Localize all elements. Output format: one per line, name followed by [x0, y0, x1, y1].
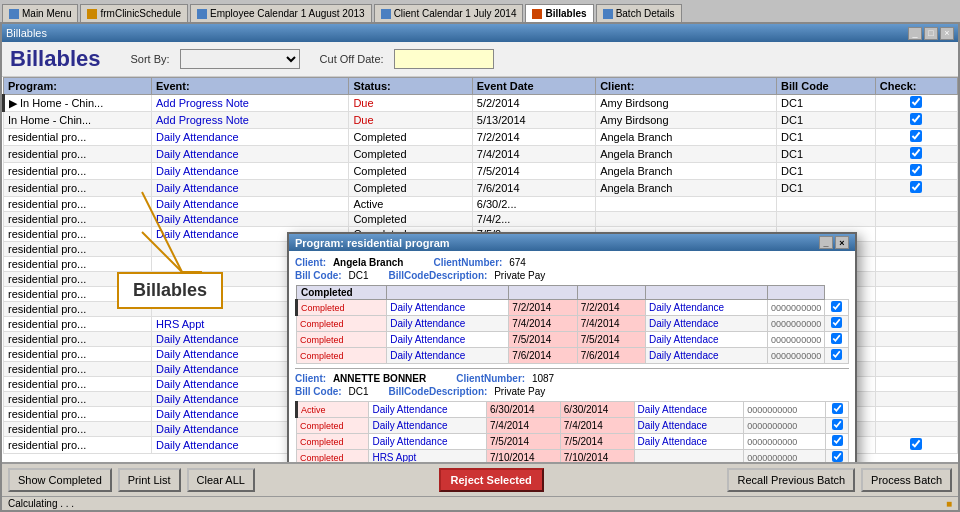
clear-all-button[interactable]: Clear ALL — [187, 468, 255, 492]
cell-program: residential pro... — [4, 437, 152, 454]
cell-event[interactable]: Daily Attendance — [152, 129, 349, 146]
col-event: Event: — [152, 78, 349, 95]
cell-event[interactable]: Add Progress Note — [152, 112, 349, 129]
cell-check[interactable] — [875, 332, 957, 347]
cell-check[interactable] — [875, 95, 957, 112]
table-row[interactable]: In Home - Chin... Add Progress Note Due … — [4, 112, 958, 129]
col-eventdate: Event Date — [472, 78, 595, 95]
reject-selected-button[interactable]: Reject Selected — [439, 468, 544, 492]
sort-label: Sort By: — [130, 53, 169, 65]
cell-client: Amy Birdsong — [596, 112, 777, 129]
cell-check[interactable] — [875, 257, 957, 272]
tab-client-calendar[interactable]: Client Calendar 1 July 2014 — [374, 4, 524, 22]
cell-check[interactable] — [875, 347, 957, 362]
cell-client: Amy Birdsong — [596, 95, 777, 112]
cell-check[interactable] — [875, 272, 957, 287]
table-row[interactable]: residential pro... Daily Attendance Comp… — [4, 129, 958, 146]
cell-status: Completed — [349, 212, 472, 227]
popup-clientnum2-label: ClientNumber: — [456, 373, 525, 384]
sort-select[interactable] — [180, 49, 300, 69]
popup-client2-name: ANNETTE BONNER — [333, 373, 426, 384]
popup-billdesc-label: BillCodeDescription: — [388, 270, 487, 281]
popup-billdesc2-val: Private Pay — [494, 386, 545, 397]
popup-client-name: Angela Branch — [333, 257, 404, 268]
close-button[interactable]: × — [940, 27, 954, 40]
print-list-button[interactable]: Print List — [118, 468, 181, 492]
popup-billcode-label: Bill Code: — [295, 270, 342, 281]
col-program: Program: — [4, 78, 152, 95]
svg-line-0 — [142, 192, 182, 272]
popup-billdesc-val: Private Pay — [494, 270, 545, 281]
popup-clientnum-value: 674 — [509, 257, 526, 268]
cell-client: Angela Branch — [596, 163, 777, 180]
tab-employee-calendar[interactable]: Employee Calendar 1 August 2013 — [190, 4, 372, 22]
cell-billcode — [777, 197, 876, 212]
tab-frmclinicschedule[interactable]: frmClinicSchedule — [80, 4, 188, 22]
cell-billcode: DC1 — [777, 146, 876, 163]
window-titlebar: Billables _ □ × — [2, 24, 958, 42]
cell-check[interactable] — [875, 392, 957, 407]
popup-close[interactable]: × — [835, 236, 849, 249]
tab-batch-details[interactable]: Batch Details — [596, 4, 682, 22]
status-indicator: ■ — [946, 498, 952, 509]
cell-client — [596, 212, 777, 227]
bottom-bar: Show Completed Print List Clear ALL Reje… — [2, 462, 958, 496]
page-title: Billables — [10, 46, 100, 72]
cell-check[interactable] — [875, 362, 957, 377]
col-billcode: Bill Code — [777, 78, 876, 95]
cell-status: Due — [349, 95, 472, 112]
cell-check[interactable] — [875, 146, 957, 163]
cell-check[interactable] — [875, 287, 957, 302]
table-row[interactable]: ▶ In Home - Chin... Add Progress Note Du… — [4, 95, 958, 112]
cell-billcode: DC1 — [777, 180, 876, 197]
cell-check[interactable] — [875, 317, 957, 332]
popup-row: Completed Daily Attendance 7/5/2014 7/5/… — [297, 434, 849, 450]
cell-check[interactable] — [875, 437, 957, 454]
cell-client: Angela Branch — [596, 180, 777, 197]
col-client: Client: — [596, 78, 777, 95]
cell-date: 5/13/2014 — [472, 112, 595, 129]
cell-status: Completed — [349, 146, 472, 163]
cell-check[interactable] — [875, 129, 957, 146]
recall-previous-button[interactable]: Recall Previous Batch — [727, 468, 855, 492]
cell-check[interactable] — [875, 180, 957, 197]
cell-program: residential pro... — [4, 377, 152, 392]
cell-event[interactable]: Add Progress Note — [152, 95, 349, 112]
popup-row: Completed HRS Appt 7/10/2014 7/10/2014 0… — [297, 450, 849, 463]
cell-status: Active — [349, 197, 472, 212]
cutoff-date-input[interactable] — [394, 49, 494, 69]
cell-status: Completed — [349, 129, 472, 146]
tab-main-menu[interactable]: Main Menu — [2, 4, 78, 22]
cell-check[interactable] — [875, 302, 957, 317]
popup-minimize[interactable]: _ — [819, 236, 833, 249]
cell-date: 7/4/2014 — [472, 146, 595, 163]
col-status: Status: — [349, 78, 472, 95]
cell-program: ▶ In Home - Chin... — [4, 95, 152, 112]
cell-billcode: DC1 — [777, 163, 876, 180]
cutoff-label: Cut Off Date: — [320, 53, 384, 65]
cell-status: Completed — [349, 180, 472, 197]
minimize-button[interactable]: _ — [908, 27, 922, 40]
maximize-button[interactable]: □ — [924, 27, 938, 40]
popup-title: Program: residential program — [295, 237, 450, 249]
cell-billcode: DC1 — [777, 112, 876, 129]
cell-check[interactable] — [875, 242, 957, 257]
popup-row: Completed Daily Attendance 7/6/2014 7/6/… — [297, 348, 849, 364]
cell-check[interactable] — [875, 212, 957, 227]
cell-check[interactable] — [875, 422, 957, 437]
tab-billables[interactable]: Billables — [525, 4, 593, 22]
cell-program: In Home - Chin... — [4, 112, 152, 129]
popup-clientnum2-value: 1087 — [532, 373, 554, 384]
cell-check[interactable] — [875, 377, 957, 392]
cell-check[interactable] — [875, 197, 957, 212]
cell-check[interactable] — [875, 112, 957, 129]
cell-date: 6/30/2... — [472, 197, 595, 212]
cell-check[interactable] — [875, 163, 957, 180]
show-completed-button[interactable]: Show Completed — [8, 468, 112, 492]
process-batch-button[interactable]: Process Batch — [861, 468, 952, 492]
cell-date: 7/4/2... — [472, 212, 595, 227]
cell-check[interactable] — [875, 407, 957, 422]
status-text: Calculating . . . — [8, 498, 74, 509]
cell-check[interactable] — [875, 227, 957, 242]
cell-client: Angela Branch — [596, 129, 777, 146]
